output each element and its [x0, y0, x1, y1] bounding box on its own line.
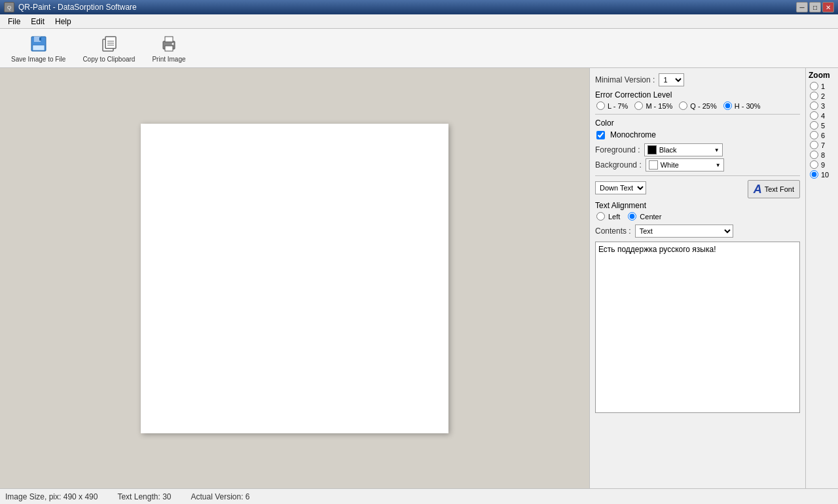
- copy-to-clipboard-button[interactable]: Copy to Clipboard: [77, 30, 141, 66]
- main-content: Minimal Version : 12345 678910 Error Cor…: [0, 68, 838, 488]
- actual-version-status: Actual Version: 6: [191, 492, 249, 501]
- zoom-option-6[interactable]: 6: [809, 131, 825, 139]
- save-image-button[interactable]: Save Image to File: [5, 30, 71, 66]
- save-button-label: Save Image to File: [11, 56, 65, 63]
- foreground-dropdown-arrow: ▼: [714, 147, 720, 153]
- foreground-dropdown[interactable]: Black ▼: [644, 143, 723, 156]
- ecl-radio-L[interactable]: [596, 101, 605, 110]
- svg-rect-11: [165, 46, 173, 51]
- qr-code-image: [160, 143, 429, 412]
- zoom-option-8[interactable]: 8: [809, 151, 825, 159]
- menu-file[interactable]: File: [3, 16, 26, 27]
- zoom-option-4[interactable]: 4: [809, 111, 825, 120]
- ecl-radio-M[interactable]: [634, 101, 643, 110]
- image-size-status: Image Size, pix: 490 x 490: [5, 492, 98, 501]
- color-label: Color: [595, 118, 800, 128]
- copy-icon: [98, 33, 119, 54]
- background-row: Background : White ▼: [595, 158, 800, 171]
- down-text-row: Down Text Up Text No Text: [595, 181, 646, 194]
- zoom-option-2[interactable]: 2: [809, 92, 825, 100]
- zoom-option-7[interactable]: 7: [809, 141, 825, 149]
- zoom-radio-1[interactable]: [810, 82, 818, 90]
- monochrome-checkbox[interactable]: [596, 131, 605, 139]
- foreground-label: Foreground :: [595, 145, 640, 154]
- zoom-radio-8[interactable]: [810, 151, 818, 159]
- zoom-option-10[interactable]: 10: [809, 170, 829, 179]
- zoom-radio-6[interactable]: [810, 131, 818, 139]
- zoom-radio-4[interactable]: [810, 111, 818, 120]
- zoom-radio-10[interactable]: [810, 170, 818, 179]
- minimize-button[interactable]: ─: [796, 2, 808, 12]
- print-image-button[interactable]: Print Image: [146, 30, 191, 66]
- contents-label: Contents :: [595, 226, 631, 236]
- ecl-option-L[interactable]: L - 7%: [595, 101, 628, 110]
- zoom-radio-2[interactable]: [810, 92, 818, 100]
- svg-rect-2: [33, 45, 45, 50]
- menu-edit[interactable]: Edit: [26, 16, 50, 27]
- ecl-label-L: L - 7%: [608, 102, 628, 110]
- contents-select[interactable]: Text URL Email Phone: [635, 225, 733, 238]
- text-content-area[interactable]: Есть поддержка русского языка!: [595, 242, 800, 413]
- window-title: QR-Paint - DataSorption Software: [18, 3, 796, 12]
- qr-image-container: [141, 124, 448, 433]
- menu-help[interactable]: Help: [50, 16, 77, 27]
- down-text-select[interactable]: Down Text Up Text No Text: [595, 181, 646, 194]
- minimal-version-select[interactable]: 12345 678910: [659, 73, 684, 86]
- background-color-name: White: [661, 161, 679, 169]
- zoom-radio-7[interactable]: [810, 141, 818, 149]
- zoom-panel: Zoom 1 2 3 4 5 6 7 8 9 10: [805, 68, 838, 488]
- divider-1: [595, 114, 800, 115]
- align-left-radio[interactable]: [596, 212, 605, 221]
- svg-point-12: [172, 43, 173, 45]
- divider-2: [595, 175, 800, 176]
- zoom-option-3[interactable]: 3: [809, 101, 825, 110]
- text-font-button[interactable]: A Text Font: [748, 180, 800, 198]
- monochrome-label[interactable]: Monochrome: [610, 130, 656, 139]
- text-alignment-section: Text Alignment Left Center: [595, 201, 800, 221]
- align-center-radio[interactable]: [628, 212, 636, 221]
- svg-rect-5: [105, 37, 116, 48]
- zoom-option-1[interactable]: 1: [809, 82, 825, 90]
- svg-rect-10: [165, 37, 173, 42]
- align-left-option[interactable]: Left: [595, 212, 620, 221]
- titlebar: Q QR-Paint - DataSorption Software ─ □ ✕: [0, 0, 838, 14]
- ecl-radio-Q[interactable]: [679, 101, 687, 110]
- zoom-option-9[interactable]: 9: [809, 160, 825, 169]
- zoom-option-5[interactable]: 5: [809, 121, 825, 130]
- close-button[interactable]: ✕: [822, 2, 834, 12]
- foreground-color-name: Black: [659, 146, 677, 154]
- background-dropdown[interactable]: White ▼: [646, 158, 724, 171]
- text-alignment-label: Text Alignment: [595, 201, 800, 210]
- window-controls: ─ □ ✕: [796, 2, 834, 12]
- zoom-radio-9[interactable]: [810, 160, 818, 169]
- restore-button[interactable]: □: [809, 2, 821, 12]
- ecl-option-Q[interactable]: Q - 25%: [678, 101, 716, 110]
- text-font-label: Text Font: [765, 185, 794, 193]
- alignment-options: Left Center: [595, 212, 800, 221]
- statusbar: Image Size, pix: 490 x 490 Text Length: …: [0, 488, 838, 504]
- ecl-option-H[interactable]: H - 30%: [722, 101, 761, 110]
- zoom-radio-5[interactable]: [810, 121, 818, 130]
- align-center-option[interactable]: Center: [627, 212, 661, 221]
- background-label: Background :: [595, 160, 642, 170]
- minimal-version-label: Minimal Version :: [595, 75, 655, 84]
- foreground-row: Foreground : Black ▼: [595, 143, 800, 156]
- font-icon: A: [754, 183, 762, 196]
- print-icon: [158, 33, 179, 54]
- ecl-option-M[interactable]: M - 15%: [633, 101, 672, 110]
- zoom-radio-3[interactable]: [810, 101, 818, 110]
- copy-button-label: Copy to Clipboard: [82, 56, 135, 63]
- ecl-label-H: H - 30%: [735, 102, 761, 110]
- contents-row: Contents : Text URL Email Phone: [595, 225, 800, 238]
- background-swatch: [649, 160, 658, 170]
- menubar: File Edit Help: [0, 14, 838, 29]
- align-center-label: Center: [640, 213, 661, 221]
- align-left-label: Left: [608, 213, 620, 221]
- ecl-label-M: M - 15%: [646, 102, 672, 110]
- ecl-section: Error Correction Level L - 7% M - 15% Q …: [595, 90, 800, 110]
- app-icon: Q: [4, 2, 14, 12]
- ecl-label-Q: Q - 25%: [690, 102, 716, 110]
- minimal-version-row: Minimal Version : 12345 678910: [595, 73, 800, 86]
- ecl-radio-H[interactable]: [723, 101, 732, 110]
- canvas-area: [0, 68, 589, 488]
